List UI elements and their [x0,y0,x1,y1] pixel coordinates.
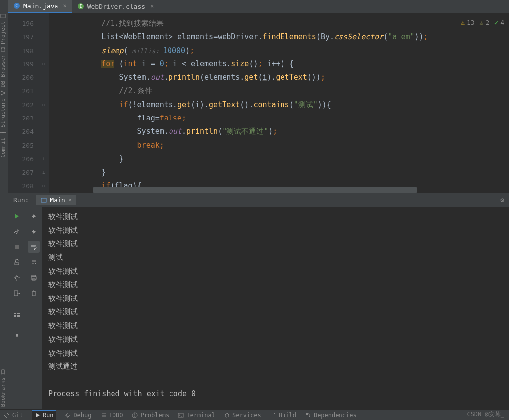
svg-point-9 [2,132,4,134]
editor-tab-main[interactable]: C Main.java × [8,0,72,13]
bottom-item-services[interactable]: Services [224,412,261,419]
bottom-item-problems[interactable]: ! Problems [132,412,169,419]
bottom-item-dependencies[interactable]: Dependencies [305,412,357,419]
settings-button[interactable] [11,272,23,284]
editor: 196197198199200 201202203204205 20620720… [8,13,509,193]
inspection-widget[interactable]: ⚠13 ⚠2 ✔4 [461,16,504,29]
svg-rect-17 [14,291,18,296]
close-icon[interactable]: × [63,2,66,9]
stop-button[interactable] [11,241,23,253]
fold-marker-icon[interactable]: ⊟ [42,180,45,193]
svg-rect-20 [14,315,16,317]
main-area: Project DB Browser Structure Commit Book… [0,13,509,409]
svg-rect-6 [1,91,3,92]
fold-end-icon[interactable]: ⊥ [42,166,45,179]
horizontal-scrollbar[interactable] [93,187,509,193]
svg-rect-27 [32,292,35,296]
svg-point-5 [1,47,5,49]
run-toolbar-secondary [25,207,42,409]
run-header: Run: Main × ⚙ [8,193,509,207]
side-tool-db[interactable]: DB Browser [0,53,8,89]
dump-button[interactable] [11,256,23,268]
svg-rect-15 [15,263,19,265]
bottom-item-run[interactable]: Run [32,410,57,420]
comment: //2.条件 [119,86,152,95]
close-icon[interactable]: × [68,197,72,203]
down-button[interactable] [28,226,40,238]
watermark: CSDN @安苒_ [467,410,504,419]
fold-marker-icon[interactable]: ⊟ [42,98,45,112]
check-icon: ✔ [494,16,498,29]
svg-text:I: I [79,4,82,9]
project-tool-icon[interactable] [0,13,6,19]
editor-tab-webdriver[interactable]: I WebDriver.class × [72,0,160,13]
svg-point-28 [66,414,69,417]
svg-rect-8 [3,92,5,94]
wrench-button[interactable] [11,226,23,238]
svg-point-16 [15,276,18,279]
run-config-icon [41,197,47,203]
up-button[interactable] [28,210,40,222]
svg-rect-4 [1,14,5,18]
print-button[interactable] [28,272,40,284]
warning-icon: ⚠ [461,16,465,29]
svg-rect-18 [14,313,16,314]
bookmarks-tool-icon[interactable] [0,369,6,375]
check-count: 4 [500,16,504,29]
comment: //1.找到搜索结果 [101,19,164,28]
scroll-to-end-button[interactable] [28,256,40,268]
left-side-strip-top [0,0,8,13]
layout-button[interactable] [11,309,23,321]
bottom-item-terminal[interactable]: Terminal [178,412,215,419]
side-tool-commit[interactable]: Commit [0,136,8,160]
svg-rect-22 [33,216,34,218]
gutter: 196197198199200 201202203204205 20620720… [8,13,38,193]
svg-rect-7 [1,94,3,95]
svg-rect-34 [309,416,310,417]
side-tool-bookmarks[interactable]: Bookmarks [0,375,8,409]
run-config-tab[interactable]: Main × [36,195,76,205]
svg-rect-19 [17,313,20,314]
pin-button[interactable] [11,331,23,343]
commit-tool-icon[interactable] [0,129,6,136]
svg-rect-13 [15,245,19,249]
svg-rect-21 [17,315,20,317]
side-tool-structure[interactable]: Structure [0,96,8,130]
close-icon[interactable]: × [150,3,154,10]
rerun-button[interactable] [11,210,23,222]
svg-rect-33 [306,413,308,415]
fold-marker-icon[interactable]: ⊟ [42,58,45,71]
console-output[interactable]: 软件测试软件测试软件测试测试软件测试软件测试软件测试 软件测试软件测试软件测试软… [42,207,509,409]
weak-warning-icon: ⚠ [480,16,484,29]
side-tool-project[interactable]: Project [0,19,8,46]
scrollbar-thumb[interactable] [93,187,417,193]
svg-point-14 [15,259,18,262]
soft-wrap-button[interactable] [28,241,40,253]
run-tab-label: Main [50,196,65,204]
warning-count: 13 [467,16,475,29]
settings-icon[interactable]: ⚙ [500,196,504,204]
db-tool-icon[interactable] [0,46,6,53]
interface-icon: I [77,3,84,10]
bottom-item-build[interactable]: Build [270,412,296,419]
code-content[interactable]: ⚠13 ⚠2 ✔4 //1.找到搜索结果 List<WebElement> el… [49,13,509,193]
svg-text:C: C [15,3,18,8]
bottom-item-git[interactable]: Git [4,412,23,419]
svg-rect-23 [33,230,34,232]
fold-column: ⊟ ⊟ ⊥ ⊥ ⊟ [38,13,49,193]
bottom-bar: Git Run Debug TODO ! Problems Terminal S… [0,409,509,420]
left-tool-strip: Project DB Browser Structure Commit Book… [0,13,8,409]
weak-count: 2 [486,16,490,29]
run-label: Run: [13,196,29,204]
bottom-item-todo[interactable]: TODO [101,412,123,419]
bottom-item-debug[interactable]: Debug [65,412,91,419]
tab-label: WebDriver.class [87,3,145,10]
structure-tool-icon[interactable] [0,90,6,96]
run-toolbar-primary [8,207,25,409]
fold-end-icon[interactable]: ⊥ [42,152,45,166]
exit-button[interactable] [11,287,23,299]
svg-rect-12 [41,198,46,202]
svg-text:!: ! [134,413,136,418]
editor-tabs-bar: C Main.java × I WebDriver.class × [0,0,509,13]
clear-button[interactable] [28,287,40,299]
